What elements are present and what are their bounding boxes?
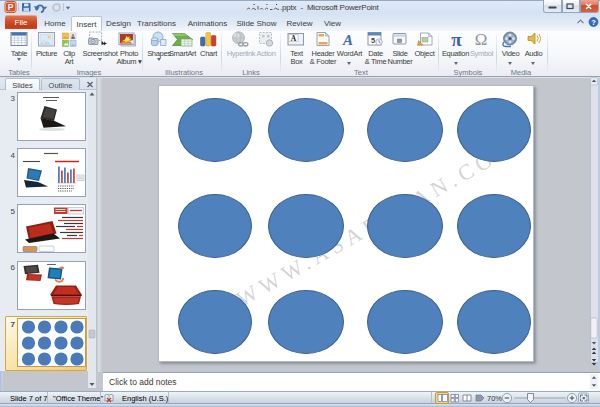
- svg-text:?: ?: [591, 18, 596, 27]
- svg-text:P: P: [8, 2, 14, 12]
- svg-text:70%: 70%: [487, 394, 502, 403]
- svg-text:Ω: Ω: [475, 31, 488, 49]
- svg-text:A: A: [291, 34, 297, 43]
- svg-text:A: A: [342, 32, 353, 48]
- svg-text:π: π: [451, 31, 462, 50]
- svg-text:5: 5: [371, 36, 375, 45]
